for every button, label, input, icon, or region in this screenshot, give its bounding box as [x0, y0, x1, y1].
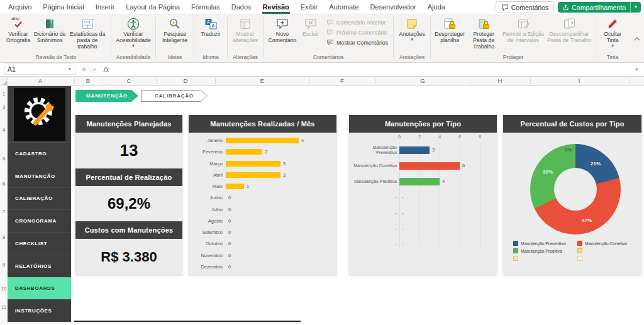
thesaurus-button[interactable]: Dicionário de Sinônimos	[33, 16, 67, 44]
row-header-10[interactable]: 10	[0, 286, 8, 292]
sidebar-item-instrucoes[interactable]: INSTRUÇÕES	[8, 299, 71, 322]
menu-tab-desenvolvedor[interactable]: Desenvolvedor	[364, 0, 421, 14]
menu-tab-revisao[interactable]: Revisão	[257, 0, 295, 14]
row-header-1[interactable]: 1	[0, 91, 8, 97]
legend-swatch	[577, 256, 582, 261]
column-gridline	[74, 78, 75, 84]
legend-swatch	[513, 256, 518, 261]
column-header-F[interactable]: F	[340, 77, 344, 85]
sidebar-item-cronograma[interactable]: CRONOGRAMA	[8, 209, 71, 232]
menu-tab-formulas[interactable]: Fórmulas	[186, 0, 226, 14]
share-dropdown-arrow[interactable]: ▼	[630, 2, 641, 13]
group-label-ideias: Ideias	[158, 53, 191, 62]
column-header-E[interactable]: E	[260, 77, 264, 85]
sidebar-item-checklist[interactable]: CHECKLIST	[8, 232, 71, 255]
name-box[interactable]: A1 ▼	[4, 63, 75, 75]
delete-comment-button: Excluir	[299, 16, 323, 38]
chart-type-card[interactable]: Manutenções por Tipo 02468 Manutenção Pr…	[349, 115, 497, 275]
chart-row: Junho0	[194, 193, 333, 202]
row-header-8[interactable]: 8	[0, 234, 8, 240]
gear-wrench-logo-icon	[18, 92, 62, 137]
select-all-corner[interactable]	[0, 77, 8, 85]
menu-tab-arquivo[interactable]: Arquivo	[3, 0, 37, 14]
notes-button[interactable]: Anotações ▼	[396, 16, 428, 41]
chart-row: Abril3	[194, 170, 333, 180]
sidebar-item-calibracao[interactable]: CALIBRAÇÃO	[8, 187, 71, 210]
insert-function-icon[interactable]: fx	[103, 66, 109, 73]
column-gridline	[215, 78, 216, 84]
show-comments-button[interactable]: Mostrar Comentários	[326, 39, 388, 47]
row-header-7[interactable]: 7	[0, 209, 8, 214]
workbook-statistics-button[interactable]: 123 Estatísticas da pasta de trabalho	[67, 16, 108, 50]
sidebar-item-cadastro[interactable]: CADASTRO	[8, 142, 71, 165]
column-header-B[interactable]: B	[86, 77, 90, 85]
cancel-icon[interactable]: ✕	[81, 66, 86, 73]
group-label-proteger: Proteger	[433, 53, 593, 62]
menu-tab-automate[interactable]: Automate	[323, 0, 364, 14]
row-header-9[interactable]: 9	[0, 262, 8, 268]
comments-button[interactable]: Comentários	[496, 1, 555, 13]
protect-workbook-button[interactable]: Proteger Pasta de Trabalho	[466, 16, 501, 50]
name-box-dropdown-icon[interactable]: ▼	[68, 67, 72, 71]
ribbon-divider	[227, 17, 228, 59]
row-header-6[interactable]: 6	[0, 181, 8, 187]
menu-items: ArquivoPágina InicialInserirLayout da Pá…	[3, 0, 451, 14]
column-header-A[interactable]: A	[38, 77, 42, 85]
enter-icon[interactable]: ✓	[92, 66, 97, 73]
type-chart-rows: Manutenção Preventiva3Manutenção Correti…	[352, 142, 494, 252]
menu-tab-inserir[interactable]: Inserir	[90, 0, 121, 14]
expand-formula-bar-icon[interactable]: ▼	[630, 67, 644, 72]
translate-button[interactable]: Traduzir	[197, 16, 225, 38]
chart-donut-card[interactable]: Percentual de Custos por Tipo 21%47%32%0…	[503, 115, 641, 275]
bar	[399, 146, 430, 154]
chart-row: Outubro0	[194, 239, 333, 248]
stats-card[interactable]: Manutenções Planejadas 13 Percentual de …	[75, 115, 182, 275]
delete-comment-label: Excluir	[303, 31, 319, 38]
share-button[interactable]: Compartilhamento ▼	[558, 2, 641, 13]
column-header-I[interactable]: I	[579, 77, 580, 85]
column-header-G[interactable]: G	[420, 77, 425, 85]
tab-manutencao[interactable]: MANUTENÇÃO	[75, 90, 138, 102]
share-button-label: Compartilhamento	[572, 4, 626, 11]
row-header-4[interactable]: 4	[0, 127, 8, 133]
chart-monthly-card[interactable]: Manutenções Realizadas / Mês Janeiro4Fev…	[189, 115, 336, 275]
unprotect-sheet-button[interactable]: Desproteger planilha	[433, 16, 466, 44]
row-header-11[interactable]: 11	[0, 304, 8, 310]
row-header-5[interactable]: 5	[0, 156, 8, 162]
column-header-D[interactable]: D	[184, 77, 188, 85]
stat-costs-value: R$ 3.380	[75, 239, 182, 275]
category-label: -	[352, 242, 399, 246]
category-label: Janeiro	[194, 138, 226, 143]
stats-icon-text: 123	[84, 20, 91, 24]
menu-tab-ajuda[interactable]: Ajuda	[422, 0, 451, 14]
group-label-tinta: Tinta	[599, 53, 626, 62]
menu-tab-dados[interactable]: Dados	[226, 0, 257, 14]
tab-calibracao[interactable]: CALIBRAÇÃO	[141, 90, 208, 102]
axis-tick-label: 4	[438, 134, 441, 140]
sidebar-item-manutencao[interactable]: MANUTENÇÃO	[8, 165, 71, 187]
value-label: 4	[440, 179, 445, 184]
check-accessibility-button[interactable]: Verificar Acessibilidade ▼	[114, 16, 153, 48]
ribbon-divider	[155, 17, 156, 59]
company-logo	[14, 88, 65, 141]
smart-lookup-button[interactable]: Pesquisa Inteligente	[158, 16, 191, 44]
menu-tab-layout-da-pagina[interactable]: Layout da Página	[120, 0, 186, 14]
menu-tab-exibir[interactable]: Exibir	[295, 0, 324, 14]
spelling-button[interactable]: abc Verificar Ortografia	[4, 16, 33, 44]
category-label: Agosto	[194, 218, 226, 224]
value-label: 3	[280, 161, 286, 167]
row-header-3[interactable]: 3	[0, 104, 8, 110]
collapse-ribbon-icon[interactable]	[634, 36, 640, 41]
sidebar-item-dashboards[interactable]: DASHBOARDS	[8, 277, 71, 300]
value-label: 0	[226, 264, 231, 270]
value-label: 4	[299, 138, 304, 143]
sidebar-item-relatorios[interactable]: RELATÓRIOS	[8, 255, 71, 277]
new-comment-button[interactable]: Novo Comentário	[266, 16, 299, 44]
menu-tab-pagina-inicial[interactable]: Página Inicial	[37, 0, 89, 14]
show-changes-button: Mostrar alterações	[230, 16, 260, 44]
column-header-C[interactable]: C	[127, 77, 131, 85]
hide-ink-button[interactable]: Ocultar Tinta ▼	[599, 16, 626, 48]
value-label: 0	[226, 241, 231, 246]
column-header-H[interactable]: H	[498, 77, 502, 85]
formula-input[interactable]	[114, 62, 630, 76]
